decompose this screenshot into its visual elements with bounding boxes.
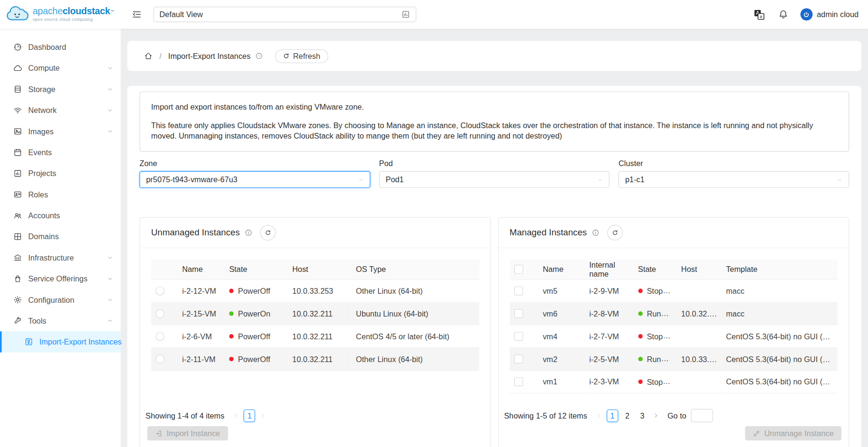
disconnect-icon bbox=[753, 430, 760, 437]
status-dot bbox=[638, 380, 642, 384]
table-row[interactable]: vm1 i-2-3-VM Stopped CentOS 5.3(64-bit) … bbox=[510, 370, 838, 393]
unmanage-instance-button[interactable]: Unmanage Instance bbox=[745, 426, 841, 440]
cluster-filter: Cluster p1-c1 bbox=[619, 158, 850, 188]
view-filter-select[interactable]: Default View bbox=[153, 7, 416, 22]
svg-text:?: ? bbox=[258, 54, 260, 58]
state-text: Stopped bbox=[647, 377, 676, 386]
user-name[interactable]: admin cloud bbox=[817, 10, 859, 19]
sidebar-item-domains[interactable]: Domains bbox=[0, 226, 121, 247]
row-radio[interactable] bbox=[155, 309, 164, 318]
host-cell: 10.0.32.211 bbox=[288, 325, 351, 347]
name-cell: i-2-11-VM bbox=[178, 347, 225, 370]
sidebar-item-import-export-instances[interactable]: Import-Export Instances bbox=[0, 331, 121, 352]
next-page-button[interactable] bbox=[257, 409, 269, 422]
state-cell: Running bbox=[633, 347, 676, 370]
table-row[interactable]: i-2-6-VM PowerOff 10.0.32.211 CentOS 4/5… bbox=[151, 325, 479, 347]
state-cell: PowerOff bbox=[225, 279, 288, 302]
status-dot bbox=[638, 334, 642, 338]
managed-panel-title: Managed Instances bbox=[510, 228, 587, 238]
goto-page-input[interactable] bbox=[691, 409, 713, 422]
sidebar-item-tools[interactable]: Tools bbox=[0, 310, 121, 331]
table-row[interactable]: vm5 i-2-9-VM Stopped macc bbox=[510, 279, 838, 302]
internal-name-cell: i-2-5-VM bbox=[585, 347, 634, 370]
template-cell: CentOS 5.3(64-bit) no GUI (vSphere) bbox=[722, 347, 838, 370]
feature-description: Import and export instances to/from an e… bbox=[139, 92, 849, 152]
next-page-button[interactable] bbox=[650, 409, 662, 422]
row-checkbox[interactable] bbox=[514, 354, 523, 363]
import-export-card: Import and export instances to/from an e… bbox=[128, 86, 861, 447]
table-row[interactable]: vm4 i-2-7-VM Stopped CentOS 5.3(64-bit) … bbox=[510, 325, 838, 347]
managed-refresh-button[interactable] bbox=[607, 225, 623, 241]
bank-icon bbox=[13, 253, 22, 262]
column-header-state: State bbox=[225, 259, 288, 279]
table-row[interactable]: i-2-15-VM PowerOn 10.0.32.211 Ubuntu Lin… bbox=[151, 302, 479, 325]
zone-select[interactable]: pr5075-t943-vmware-67u3 bbox=[139, 171, 370, 188]
state-cell: Stopped bbox=[633, 370, 676, 393]
internal-name-cell: i-2-7-VM bbox=[585, 325, 634, 347]
name-cell: i-2-12-VM bbox=[178, 279, 225, 302]
host-cell bbox=[677, 279, 722, 302]
row-checkbox[interactable] bbox=[514, 309, 523, 318]
zone-filter: Zone pr5075-t943-vmware-67u3 bbox=[139, 158, 370, 188]
page-3-button[interactable]: 3 bbox=[637, 409, 649, 422]
page-2-button[interactable]: 2 bbox=[621, 409, 633, 422]
sidebar-item-dashboard[interactable]: Dashboard bbox=[0, 37, 121, 57]
unmanaged-refresh-button[interactable] bbox=[260, 225, 276, 241]
import-instance-button[interactable]: Import Instance bbox=[147, 426, 228, 440]
sidebar-item-roles[interactable]: Roles bbox=[0, 184, 121, 205]
name-cell: i-2-6-VM bbox=[178, 325, 225, 347]
table-row[interactable]: vm6 i-2-8-VM Running 10.0.32.211 macc bbox=[510, 302, 838, 325]
refresh-button-label: Refresh bbox=[293, 52, 320, 61]
row-radio[interactable] bbox=[155, 332, 164, 341]
sidebar-item-images[interactable]: Images bbox=[0, 121, 121, 142]
chevron-down-icon bbox=[108, 65, 113, 71]
sidebar-item-compute[interactable]: Compute bbox=[0, 57, 121, 78]
row-checkbox[interactable] bbox=[514, 332, 523, 341]
team-icon bbox=[13, 211, 22, 220]
row-radio[interactable] bbox=[155, 354, 164, 363]
home-icon[interactable] bbox=[144, 52, 153, 61]
state-text: Stopped bbox=[647, 286, 676, 295]
sidebar-item-service-offerings[interactable]: Service Offerings bbox=[0, 268, 121, 289]
state-cell: Stopped bbox=[633, 279, 676, 302]
sidebar-item-infrastructure[interactable]: Infrastructure bbox=[0, 247, 121, 268]
table-row[interactable]: i-2-11-VM PowerOff 10.0.32.211 Other Lin… bbox=[151, 347, 479, 370]
header-actions: A a admin cloud bbox=[753, 9, 868, 21]
sidebar-item-storage[interactable]: Storage bbox=[0, 79, 121, 100]
sidebar-item-events[interactable]: Events bbox=[0, 142, 121, 163]
cluster-select[interactable]: p1-c1 bbox=[619, 171, 850, 188]
sidebar-item-accounts[interactable]: Accounts bbox=[0, 205, 121, 226]
template-cell: macc bbox=[722, 302, 838, 325]
prev-page-button[interactable] bbox=[593, 409, 605, 422]
row-checkbox[interactable] bbox=[514, 377, 523, 386]
pod-select[interactable]: Pod1 bbox=[379, 171, 610, 188]
pod-select-value: Pod1 bbox=[386, 175, 404, 184]
help-question-icon[interactable]: ? bbox=[255, 52, 263, 60]
refresh-button[interactable]: Refresh bbox=[275, 49, 328, 63]
table-row[interactable]: vm2 i-2-5-VM Running 10.0.33.253 CentOS … bbox=[510, 347, 838, 370]
info-icon[interactable] bbox=[592, 229, 599, 236]
zone-label: Zone bbox=[139, 158, 370, 169]
sidebar-item-network[interactable]: Network bbox=[0, 100, 121, 121]
sidebar-item-configuration[interactable]: Configuration bbox=[0, 289, 121, 310]
row-checkbox[interactable] bbox=[514, 287, 523, 296]
page-1-button[interactable]: 1 bbox=[606, 409, 618, 422]
translation-icon[interactable]: A a bbox=[753, 9, 765, 20]
page-1-button[interactable]: 1 bbox=[244, 409, 256, 422]
row-radio[interactable] bbox=[155, 287, 164, 296]
select-all-checkbox[interactable] bbox=[514, 265, 523, 274]
cloud-mascot-icon bbox=[6, 4, 29, 24]
notifications-bell-icon[interactable] bbox=[778, 9, 788, 19]
table-row[interactable]: i-2-12-VM PowerOff 10.0.33.253 Other Lin… bbox=[151, 279, 479, 302]
chevron-down-icon bbox=[108, 108, 113, 113]
name-cell: vm4 bbox=[539, 325, 585, 347]
sidebar-collapse-icon[interactable] bbox=[132, 9, 142, 19]
sidebar-item-projects[interactable]: Projects bbox=[0, 163, 121, 184]
user-avatar[interactable] bbox=[800, 9, 813, 21]
info-icon[interactable] bbox=[245, 229, 252, 236]
zone-select-value: pr5075-t943-vmware-67u3 bbox=[146, 175, 238, 184]
gear-icon bbox=[13, 295, 22, 304]
name-cell: vm5 bbox=[539, 279, 585, 302]
prev-page-button[interactable] bbox=[230, 409, 242, 422]
instance-panels: Unmanaged Instances Name bbox=[139, 217, 849, 447]
